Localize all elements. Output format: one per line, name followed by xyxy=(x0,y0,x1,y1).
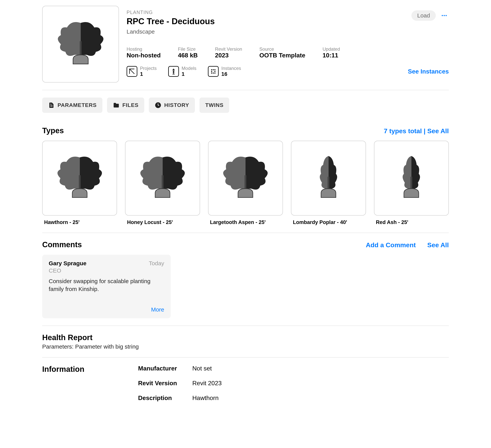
comment-body: Consider swapping for scalable planting … xyxy=(49,277,164,293)
type-card[interactable]: Red Ash - 25' xyxy=(374,141,449,225)
svg-point-1 xyxy=(211,69,212,70)
models-icon xyxy=(168,66,179,77)
meta-hosting: Hosting Non-hosted xyxy=(127,47,161,59)
comments-title: Comments xyxy=(42,240,82,249)
instances-icon xyxy=(208,66,219,77)
type-card[interactable]: Honey Locust - 25' xyxy=(125,141,200,225)
svg-point-2 xyxy=(213,69,214,70)
tab-history[interactable]: HISTORY xyxy=(149,97,195,113)
more-menu-button[interactable] xyxy=(440,11,449,20)
stat-instances: Instances 16 xyxy=(208,66,241,77)
divider xyxy=(42,233,449,233)
health-detail: Parameters: Parameter with big string xyxy=(42,343,449,350)
svg-point-10 xyxy=(444,15,445,16)
divider xyxy=(42,326,449,326)
comment-date: Today xyxy=(149,260,164,267)
info-value: Revit 2023 xyxy=(192,380,222,387)
info-label: Manufacturer xyxy=(138,365,177,372)
meta-revit-version: Revit Version 2023 xyxy=(215,47,242,59)
tab-twins[interactable]: TWINS xyxy=(199,97,229,113)
divider xyxy=(42,357,449,358)
load-button[interactable]: Load xyxy=(411,10,436,21)
svg-point-6 xyxy=(211,73,212,74)
info-label: Description xyxy=(138,394,177,401)
type-card[interactable]: Hawthorn - 25' xyxy=(42,141,117,225)
type-card[interactable]: Largetooth Aspen - 25' xyxy=(208,141,283,225)
svg-point-9 xyxy=(442,15,443,16)
type-preview xyxy=(208,141,283,215)
types-see-all-link[interactable]: 7 types total | See All xyxy=(384,127,449,135)
svg-point-5 xyxy=(214,71,216,72)
health-title: Health Report xyxy=(42,333,449,342)
svg-point-4 xyxy=(211,71,212,72)
info-label: Revit Version xyxy=(138,380,177,387)
svg-point-11 xyxy=(445,15,447,16)
comment-card[interactable]: Gary Sprague Today CEO Consider swapping… xyxy=(42,255,171,318)
parameters-icon xyxy=(48,102,55,109)
meta-updated: Updated 10:11 xyxy=(323,47,340,59)
tab-parameters[interactable]: PARAMETERS xyxy=(42,97,103,113)
type-name: Largetooth Aspen - 25' xyxy=(208,219,283,225)
type-name: Red Ash - 25' xyxy=(374,219,449,225)
type-preview xyxy=(125,141,200,215)
info-value: Hawthorn xyxy=(192,394,222,401)
meta-source: Source OOTB Template xyxy=(259,47,305,59)
divider xyxy=(42,90,449,90)
info-title: Information xyxy=(42,365,123,373)
meta-filesize: File Size 468 kB xyxy=(178,47,198,59)
svg-point-7 xyxy=(213,73,214,74)
type-preview xyxy=(291,141,366,215)
stat-projects: Projects 1 xyxy=(127,66,157,77)
see-instances-link[interactable]: See Instances xyxy=(408,68,449,75)
type-name: Lombardy Poplar - 40' xyxy=(291,219,366,225)
family-preview xyxy=(42,6,119,83)
info-value: Not set xyxy=(192,365,222,372)
comment-role: CEO xyxy=(49,267,164,274)
category-label: PLANTING xyxy=(127,10,449,15)
page-title: RPC Tree - Deciduous xyxy=(127,17,449,26)
type-preview xyxy=(42,141,117,215)
history-icon xyxy=(155,102,161,109)
add-comment-link[interactable]: Add a Comment xyxy=(366,241,416,249)
svg-point-8 xyxy=(214,73,216,74)
comments-see-all-link[interactable]: See All xyxy=(427,241,449,249)
types-title: Types xyxy=(42,126,64,135)
tab-files[interactable]: FILES xyxy=(107,97,144,113)
comment-author: Gary Sprague xyxy=(49,260,86,267)
projects-icon xyxy=(127,66,137,77)
stat-models: Models 1 xyxy=(168,66,196,77)
type-card[interactable]: Lombardy Poplar - 40' xyxy=(291,141,366,225)
files-icon xyxy=(113,102,120,109)
subtitle: Landscape xyxy=(127,29,449,35)
type-name: Honey Locust - 25' xyxy=(125,219,200,225)
type-preview xyxy=(374,141,449,215)
type-name: Hawthorn - 25' xyxy=(42,219,117,225)
comment-more-link[interactable]: More xyxy=(49,306,164,313)
svg-point-3 xyxy=(214,69,216,70)
